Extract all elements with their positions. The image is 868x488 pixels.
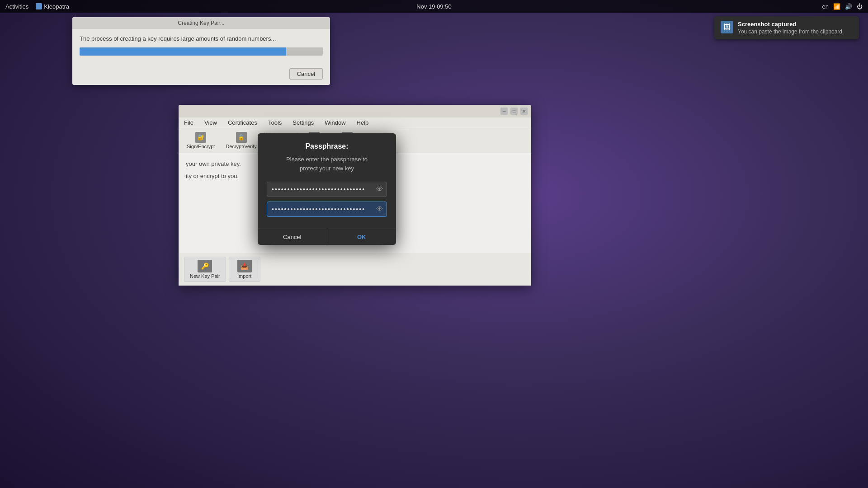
passphrase-desc-line1: Please enter the passphrase to	[286, 156, 368, 163]
passphrase-field1[interactable]	[267, 182, 387, 197]
creating-key-dialog: Creating Key Pair... The process of crea…	[72, 17, 330, 85]
close-button[interactable]: ✕	[520, 108, 528, 115]
passphrase-dialog: Passphrase: Please enter the passphrase …	[258, 133, 396, 245]
passphrase-field1-wrapper: 👁	[267, 182, 387, 197]
passphrase-cancel-button[interactable]: Cancel	[258, 229, 327, 245]
topbar-center: Nov 19 09:50	[416, 3, 451, 10]
passphrase-field2[interactable]	[267, 202, 387, 217]
decrypt-verify-label: Decrypt/Verify	[226, 144, 256, 149]
kleopatra-icon	[36, 3, 42, 9]
datetime-label: Nov 19 09:50	[416, 3, 451, 10]
notification-body: You can paste the image from the clipboa…	[738, 28, 844, 35]
maximize-button[interactable]: □	[510, 108, 518, 115]
menu-file[interactable]: File	[182, 118, 195, 127]
decrypt-verify-button[interactable]: 🔓 Decrypt/Verify	[221, 130, 261, 151]
kleo-titlebar: ─ □ ✕	[179, 105, 531, 117]
new-key-pair-label: New Key Pair	[190, 273, 220, 279]
sign-encrypt-button[interactable]: 🔐 Sign/Encrypt	[182, 130, 219, 151]
speaker-icon: 🔊	[845, 3, 852, 10]
new-key-pair-button[interactable]: 🔑 New Key Pair	[184, 257, 226, 282]
passphrase-title: Passphrase:	[267, 142, 387, 150]
app-name-label: Kleopatra	[44, 3, 69, 10]
progress-bar-fill	[80, 47, 286, 56]
import-icon: 📥	[237, 260, 252, 272]
kleo-menubar: File View Certificates Tools Settings Wi…	[179, 117, 531, 128]
import-label: Import	[237, 273, 251, 279]
notification-icon: 🖼	[721, 21, 733, 33]
menu-tools[interactable]: Tools	[266, 118, 283, 127]
locale-label: en	[822, 3, 829, 10]
new-key-pair-icon: 🔑	[198, 260, 212, 272]
menu-window[interactable]: Window	[323, 118, 347, 127]
passphrase-footer: Cancel OK	[258, 229, 396, 245]
topbar: Activities Kleopatra Nov 19 09:50 en 📶 🔊…	[0, 0, 868, 13]
creating-dialog-body: The process of creating a key requires l…	[72, 29, 330, 68]
network-icon: 📶	[833, 3, 840, 10]
topbar-right: en 📶 🔊 ⏻	[822, 3, 863, 10]
passphrase-header: Passphrase: Please enter the passphrase …	[258, 133, 396, 178]
creating-dialog-message: The process of creating a key requires l…	[80, 35, 323, 42]
notification-text: Screenshot captured You can paste the im…	[738, 21, 844, 35]
creating-cancel-button[interactable]: Cancel	[289, 68, 323, 80]
import-button[interactable]: 📥 Import	[229, 257, 260, 282]
minimize-button[interactable]: ─	[500, 108, 508, 115]
menu-settings[interactable]: Settings	[291, 118, 316, 127]
app-indicator: Kleopatra	[36, 3, 69, 10]
sign-encrypt-label: Sign/Encrypt	[187, 144, 215, 149]
menu-view[interactable]: View	[203, 118, 219, 127]
screenshot-notification: 🖼 Screenshot captured You can paste the …	[714, 16, 859, 39]
menu-help[interactable]: Help	[355, 118, 371, 127]
toggle-visibility-2[interactable]: 👁	[376, 205, 383, 213]
creating-dialog-footer: Cancel	[72, 68, 330, 85]
progress-bar-container	[80, 47, 323, 56]
kleo-bottom-toolbar: 🔑 New Key Pair 📥 Import	[179, 253, 531, 286]
titlebar-controls: ─ □ ✕	[500, 108, 528, 115]
power-icon: ⏻	[857, 3, 863, 10]
decrypt-verify-icon: 🔓	[236, 132, 247, 143]
passphrase-desc-line2: protect your new key	[300, 165, 354, 172]
desktop: Activities Kleopatra Nov 19 09:50 en 📶 🔊…	[0, 0, 868, 488]
passphrase-ok-button[interactable]: OK	[327, 229, 396, 245]
activities-label[interactable]: Activities	[5, 3, 28, 10]
menu-certificates[interactable]: Certificates	[226, 118, 259, 127]
topbar-left: Activities Kleopatra	[5, 3, 69, 10]
toggle-visibility-1[interactable]: 👁	[376, 185, 383, 193]
sign-encrypt-icon: 🔐	[195, 132, 206, 143]
passphrase-description: Please enter the passphrase to protect y…	[267, 155, 387, 173]
passphrase-body: 👁 👁	[258, 178, 396, 229]
passphrase-field2-wrapper: 👁	[267, 202, 387, 217]
notification-title: Screenshot captured	[738, 21, 844, 28]
creating-dialog-title: Creating Key Pair...	[72, 17, 330, 29]
